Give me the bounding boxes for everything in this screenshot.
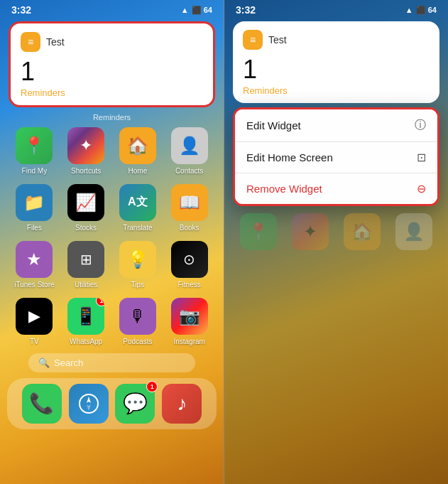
app-shortcuts[interactable]: ✦ Shortcuts (62, 127, 111, 176)
app-contacts[interactable]: 👤 Contacts (165, 127, 214, 176)
blurred-app-grid: 📍 ✦ 🏠 👤 (224, 210, 448, 253)
context-menu: Edit Widget ⓘ Edit Home Screen ⊡ Remove … (233, 107, 439, 206)
app-icon-contacts: 👤 (171, 127, 208, 164)
app-icon-tv: ▶ (16, 298, 53, 335)
dock-left: 📞 💬 1 ♪ (7, 378, 217, 429)
app-grid-left: 📍 Find My ✦ Shortcuts 🏠 Home 👤 Contacts … (0, 124, 224, 349)
home-screen-icon: ⊡ (417, 151, 426, 164)
app-files[interactable]: 📁 Files (10, 184, 59, 232)
dock-safari[interactable] (69, 384, 109, 424)
app-findmy[interactable]: 📍 Find My (10, 127, 59, 176)
wifi-icon-right: ▲ (405, 6, 413, 14)
app-icon-fitness: ⊙ (171, 241, 208, 278)
widget-label-right: Reminders (243, 85, 430, 96)
app-tips[interactable]: 💡 Tips (114, 241, 163, 289)
time-right: 3:32 (236, 4, 256, 16)
status-bar-left: 3:32 ▲ ⬛ 64 (0, 0, 224, 18)
app-icon-itunes: ★ (16, 241, 53, 278)
time-left: 3:32 (11, 4, 31, 16)
widget-label-left: Reminders (21, 87, 203, 98)
app-whatsapp[interactable]: 📱 1 WhatsApp (62, 298, 111, 346)
reminders-icon-right: ≡ (243, 30, 263, 50)
app-icon-podcasts: 🎙 (119, 298, 156, 335)
app-name-files: Files (27, 224, 42, 232)
search-label-left: Search (54, 357, 83, 368)
app-name-utilities: Utilities (75, 281, 97, 289)
app-icon-files: 📁 (16, 184, 53, 221)
wifi-icon-left: ▲ (181, 6, 189, 14)
app-name-tv: TV (30, 338, 39, 346)
app-icon-whatsapp: 📱 1 (67, 298, 104, 335)
widget-header-left: ≡ Test (21, 32, 203, 52)
app-utilities[interactable]: ⊞ Utilities (62, 241, 111, 289)
app-books[interactable]: 📖 Books (165, 184, 214, 232)
left-phone: 3:32 ▲ ⬛ 64 ≡ Test 1 Reminders Reminders… (0, 0, 224, 484)
widget-count-right: 1 (243, 55, 430, 84)
app-name-fitness: Fitness (178, 281, 201, 289)
context-remove-widget[interactable]: Remove Widget ⊖ (235, 173, 437, 204)
app-name-findmy: Find My (22, 167, 48, 176)
dock-messages[interactable]: 💬 1 (115, 384, 155, 424)
app-fitness[interactable]: ⊙ Fitness (165, 241, 214, 289)
app-tv[interactable]: ▶ TV (10, 298, 59, 346)
right-phone: 3:32 ▲ ⬛ 64 ≡ Test 1 Reminders (224, 0, 448, 484)
app-name-instagram: Instagram (173, 338, 204, 346)
app-icon-home: 🏠 (119, 127, 156, 164)
app-stocks[interactable]: 📈 Stocks (62, 184, 111, 232)
context-edit-home-screen[interactable]: Edit Home Screen ⊡ (235, 142, 437, 173)
edit-widget-label: Edit Widget (246, 119, 301, 131)
status-icons-left: ▲ ⬛ 64 (181, 6, 212, 15)
widget-title-left: Test (46, 36, 65, 48)
whatsapp-badge: 1 (96, 298, 104, 306)
widget-count-left: 1 (21, 58, 203, 86)
info-icon: ⓘ (415, 118, 426, 133)
app-podcasts[interactable]: 🎙 Podcasts (114, 298, 163, 346)
context-edit-widget[interactable]: Edit Widget ⓘ (235, 109, 437, 142)
svg-marker-2 (87, 404, 91, 411)
blurred-app-3: 🏠 (338, 213, 387, 250)
right-phone-content: 3:32 ▲ ⬛ 64 ≡ Test 1 Reminders (224, 0, 448, 484)
app-name-translate: Translate (123, 224, 152, 232)
app-translate[interactable]: A文 Translate (114, 184, 163, 232)
blurred-icon-3: 🏠 (344, 213, 381, 250)
blurred-app-2: ✦ (286, 213, 335, 250)
app-icon-stocks: 📈 (67, 184, 104, 221)
app-itunes[interactable]: ★ iTunes Store (10, 241, 59, 289)
app-icon-books: 📖 (171, 184, 208, 221)
messages-badge: 1 (146, 381, 158, 392)
search-bar-left[interactable]: 🔍 Search (28, 353, 195, 372)
app-name-shortcuts: Shortcuts (71, 167, 101, 176)
app-home[interactable]: 🏠 Home (114, 127, 163, 176)
app-icon-translate: A文 (119, 184, 156, 221)
app-icon-utilities: ⊞ (67, 241, 104, 278)
edit-home-screen-label: Edit Home Screen (246, 151, 333, 163)
app-icon-findmy: 📍 (16, 127, 53, 164)
reminders-widget-right: ≡ Test 1 Reminders (233, 21, 439, 103)
remove-widget-label: Remove Widget (246, 183, 322, 195)
widget-bottom-label: Reminders (0, 113, 224, 122)
battery-icon-left: ⬛ 64 (192, 6, 212, 15)
reminders-widget-left[interactable]: ≡ Test 1 Reminders (9, 21, 215, 107)
widget-header-right: ≡ Test (243, 30, 430, 50)
app-icon-tips: 💡 (119, 241, 156, 278)
app-name-itunes: iTunes Store (14, 281, 54, 289)
blurred-icon-1: 📍 (240, 213, 277, 250)
context-area-right: ≡ Test 1 Reminders Edit Widget ⓘ Edit Ho… (233, 21, 439, 206)
widget-title-right: Test (268, 34, 287, 45)
app-name-whatsapp: WhatsApp (70, 338, 102, 346)
remove-icon: ⊖ (417, 182, 426, 195)
app-name-books: Books (180, 224, 200, 232)
dock-phone[interactable]: 📞 (22, 384, 62, 424)
dock-music[interactable]: ♪ (162, 384, 202, 424)
status-icons-right: ▲ ⬛ 64 (405, 6, 437, 15)
svg-marker-1 (87, 397, 91, 403)
app-instagram[interactable]: 📷 Instagram (165, 298, 214, 346)
reminders-icon-left: ≡ (21, 32, 40, 52)
app-name-tips: Tips (131, 281, 145, 289)
app-icon-shortcuts: ✦ (67, 127, 104, 164)
blurred-app-4: 👤 (389, 213, 438, 250)
blurred-app-1: 📍 (234, 213, 283, 250)
safari-compass-icon (78, 393, 99, 414)
blurred-icon-4: 👤 (395, 213, 432, 250)
app-name-podcasts: Podcasts (123, 338, 152, 346)
